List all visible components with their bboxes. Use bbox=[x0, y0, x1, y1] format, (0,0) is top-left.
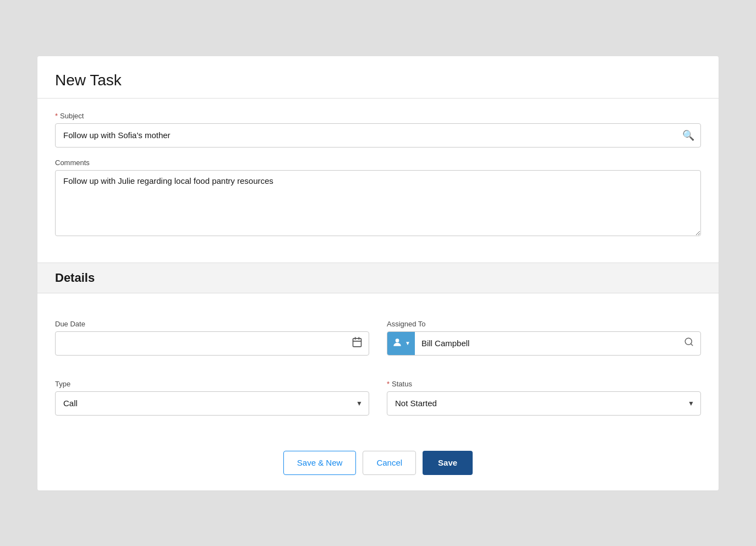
svg-rect-0 bbox=[353, 338, 361, 346]
due-date-field-group: Due Date bbox=[55, 320, 369, 356]
subject-search-icon: 🔍 bbox=[682, 130, 694, 141]
cancel-button[interactable]: Cancel bbox=[363, 451, 416, 475]
svg-line-6 bbox=[691, 343, 692, 345]
details-title: Details bbox=[55, 271, 701, 285]
subject-search-button[interactable]: 🔍 bbox=[682, 129, 694, 141]
person-icon bbox=[392, 337, 403, 350]
modal-footer: Save & New Cancel Save bbox=[37, 440, 719, 490]
save-new-button[interactable]: Save & New bbox=[283, 451, 357, 475]
details-grid: Due Date bbox=[55, 320, 701, 427]
calendar-icon bbox=[352, 338, 363, 350]
assigned-to-container: ▼ bbox=[387, 331, 701, 356]
modal-body: * Subject 🔍 Comments Follow up with Juli… bbox=[37, 99, 719, 263]
comments-field-group: Comments Follow up with Julie regarding … bbox=[55, 159, 701, 238]
subject-input-wrapper: 🔍 bbox=[55, 123, 701, 148]
subject-required-star: * bbox=[55, 112, 58, 120]
status-field-group: * Status Not Started In Progress Complet… bbox=[387, 380, 701, 416]
status-select-wrapper: Not Started In Progress Completed Waitin… bbox=[387, 391, 701, 416]
assigned-search-icon bbox=[684, 338, 694, 349]
type-select-wrapper: Call Email Meeting Other ▼ bbox=[55, 391, 369, 416]
status-required-star: * bbox=[387, 380, 390, 388]
comments-label: Comments bbox=[55, 159, 701, 167]
calendar-button[interactable] bbox=[352, 336, 363, 350]
svg-point-4 bbox=[396, 338, 399, 342]
subject-field-group: * Subject 🔍 bbox=[55, 112, 701, 148]
type-field-group: Type Call Email Meeting Other ▼ bbox=[55, 380, 369, 416]
assigned-to-field-group: Assigned To ▼ bbox=[387, 320, 701, 356]
assigned-avatar-section[interactable]: ▼ bbox=[387, 332, 415, 355]
due-date-input-wrapper bbox=[55, 331, 369, 356]
due-date-input[interactable] bbox=[55, 331, 369, 356]
subject-input[interactable] bbox=[55, 123, 701, 148]
status-label: * Status bbox=[387, 380, 701, 388]
type-label: Type bbox=[55, 380, 369, 388]
details-body: Due Date bbox=[37, 307, 719, 440]
modal-header: New Task bbox=[37, 56, 719, 99]
status-select[interactable]: Not Started In Progress Completed Waitin… bbox=[387, 391, 701, 416]
type-select[interactable]: Call Email Meeting Other bbox=[55, 391, 369, 416]
assigned-to-wrapper: ▼ bbox=[387, 331, 701, 356]
comments-input[interactable]: Follow up with Julie regarding local foo… bbox=[55, 170, 701, 236]
assigned-to-label: Assigned To bbox=[387, 320, 701, 328]
due-date-label: Due Date bbox=[55, 320, 369, 328]
save-button[interactable]: Save bbox=[423, 451, 473, 475]
new-task-modal: New Task * Subject 🔍 Comments Follow up … bbox=[37, 56, 719, 491]
modal-title: New Task bbox=[55, 72, 701, 89]
assigned-to-input[interactable] bbox=[415, 332, 677, 355]
subject-label: * Subject bbox=[55, 112, 701, 120]
assigned-to-search-button[interactable] bbox=[677, 337, 700, 350]
avatar-dropdown-arrow: ▼ bbox=[405, 340, 410, 346]
details-section-header: Details bbox=[37, 263, 719, 293]
